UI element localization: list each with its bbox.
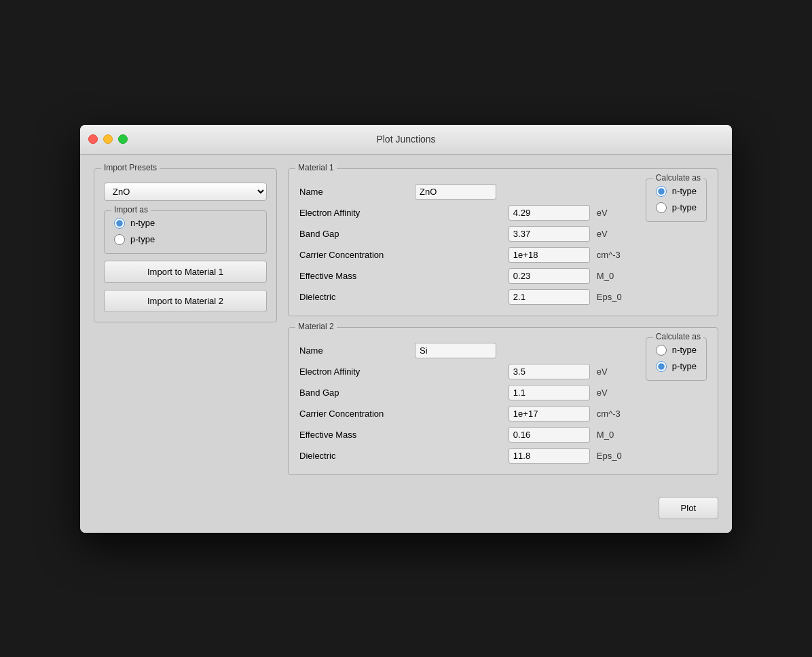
material2-ea-unit: eV xyxy=(597,367,631,377)
material1-ntype-row: n-type xyxy=(656,186,697,197)
material1-ptype-label: p-type xyxy=(672,202,697,212)
import-as-ntype-label: n-type xyxy=(130,218,155,228)
material2-em-unit: M_0 xyxy=(597,430,631,440)
material2-title: Material 2 xyxy=(295,322,337,331)
material1-bg-input[interactable] xyxy=(509,226,590,242)
material1-calc-as-label: Calculate as xyxy=(653,173,703,183)
material1-ptype-row: p-type xyxy=(656,202,697,213)
import-as-ptype-label: p-type xyxy=(130,234,155,244)
import-as-ntype-row: n-type xyxy=(114,218,257,229)
material1-diel-input[interactable] xyxy=(509,289,590,305)
material2-box: Material 2 Name Electron Affinity eV xyxy=(288,327,718,475)
left-panel: Import Presets ZnO Si GaAs GaN InP Impor… xyxy=(94,168,277,519)
titlebar: Plot Junctions xyxy=(80,125,732,155)
plot-btn-row: Plot xyxy=(288,497,718,519)
import-material2-button[interactable]: Import to Material 2 xyxy=(104,290,267,312)
right-panel: Material 1 Name Electron Affinity eV xyxy=(288,168,718,519)
material2-cc-label: Carrier Concentration xyxy=(299,409,502,419)
material2-bg-input[interactable] xyxy=(509,385,590,400)
material1-bg-unit: eV xyxy=(597,229,631,239)
import-as-ptype-row: p-type xyxy=(114,234,257,245)
material2-diel-unit: Eps_0 xyxy=(597,451,631,461)
material1-ptype-radio[interactable] xyxy=(656,202,667,213)
window-content: Import Presets ZnO Si GaAs GaN InP Impor… xyxy=(80,155,732,533)
material2-em-input[interactable] xyxy=(509,427,590,443)
import-as-ntype-radio[interactable] xyxy=(114,218,125,229)
material1-inner: Name Electron Affinity eV Band Gap eV xyxy=(299,179,707,305)
material2-cc-input[interactable] xyxy=(509,406,590,421)
material1-diel-label: Dielectric xyxy=(299,292,502,302)
material2-ptype-label: p-type xyxy=(672,361,697,371)
material2-diel-label: Dielectric xyxy=(299,451,502,461)
material1-fields: Name Electron Affinity eV Band Gap eV xyxy=(299,179,631,305)
material1-em-input[interactable] xyxy=(509,268,590,284)
material1-name-input[interactable] xyxy=(415,184,496,200)
material2-ntype-radio[interactable] xyxy=(656,345,667,356)
material2-name-input[interactable] xyxy=(415,343,496,358)
material2-inner: Name Electron Affinity eV Band Gap eV xyxy=(299,337,707,464)
material1-bg-label: Band Gap xyxy=(299,229,502,239)
main-window: Plot Junctions Import Presets ZnO Si GaA… xyxy=(80,125,732,533)
material2-em-label: Effective Mass xyxy=(299,430,502,440)
material2-ntype-row: n-type xyxy=(656,345,697,356)
import-as-ptype-radio[interactable] xyxy=(114,234,125,245)
material1-name-row: Name xyxy=(299,184,631,200)
maximize-button[interactable] xyxy=(118,134,128,144)
import-presets-label: Import Presets xyxy=(101,163,160,172)
material2-ea-label: Electron Affinity xyxy=(299,367,502,377)
material2-bg-unit: eV xyxy=(597,388,631,398)
material2-cc-unit: cm^-3 xyxy=(597,409,631,419)
material2-ptype-radio[interactable] xyxy=(656,361,667,372)
material2-field-grid: Electron Affinity eV Band Gap eV Carrier… xyxy=(299,364,631,464)
plot-button[interactable]: Plot xyxy=(659,497,718,519)
import-as-group: Import as n-type p-type xyxy=(104,210,267,254)
material1-name-label: Name xyxy=(299,187,408,197)
material2-bg-label: Band Gap xyxy=(299,388,502,398)
material1-ntype-radio[interactable] xyxy=(656,186,667,197)
material1-ea-input[interactable] xyxy=(509,205,590,221)
material1-em-unit: M_0 xyxy=(597,271,631,281)
material1-field-grid: Electron Affinity eV Band Gap eV Carrier… xyxy=(299,205,631,305)
material1-ea-unit: eV xyxy=(597,208,631,218)
material2-ntype-label: n-type xyxy=(672,345,697,355)
material1-diel-unit: Eps_0 xyxy=(597,292,631,302)
material1-cc-label: Carrier Concentration xyxy=(299,250,502,260)
material2-name-row: Name xyxy=(299,343,631,358)
import-material1-button[interactable]: Import to Material 1 xyxy=(104,261,267,283)
material2-calc-as-box: Calculate as n-type p-type xyxy=(646,337,707,381)
material1-cc-unit: cm^-3 xyxy=(597,250,631,260)
material2-fields: Name Electron Affinity eV Band Gap eV xyxy=(299,337,631,464)
material2-ptype-row: p-type xyxy=(656,361,697,372)
window-title: Plot Junctions xyxy=(376,134,435,145)
traffic-lights xyxy=(88,134,128,144)
material1-em-label: Effective Mass xyxy=(299,271,502,281)
material2-name-label: Name xyxy=(299,345,408,356)
material1-calc-as-box: Calculate as n-type p-type xyxy=(646,179,707,222)
preset-dropdown[interactable]: ZnO Si GaAs GaN InP xyxy=(104,183,267,201)
material2-calc-as-label: Calculate as xyxy=(653,332,703,341)
material1-ea-label: Electron Affinity xyxy=(299,208,502,218)
material1-title: Material 1 xyxy=(295,163,337,172)
material1-box: Material 1 Name Electron Affinity eV xyxy=(288,168,718,316)
import-as-label: Import as xyxy=(111,205,151,214)
main-layout: Import Presets ZnO Si GaAs GaN InP Impor… xyxy=(94,168,718,519)
material1-ntype-label: n-type xyxy=(672,186,697,196)
material1-cc-input[interactable] xyxy=(509,247,590,263)
minimize-button[interactable] xyxy=(103,134,113,144)
import-presets-group: Import Presets ZnO Si GaAs GaN InP Impor… xyxy=(94,168,277,322)
close-button[interactable] xyxy=(88,134,98,144)
material2-diel-input[interactable] xyxy=(509,448,590,464)
material2-ea-input[interactable] xyxy=(509,364,590,379)
